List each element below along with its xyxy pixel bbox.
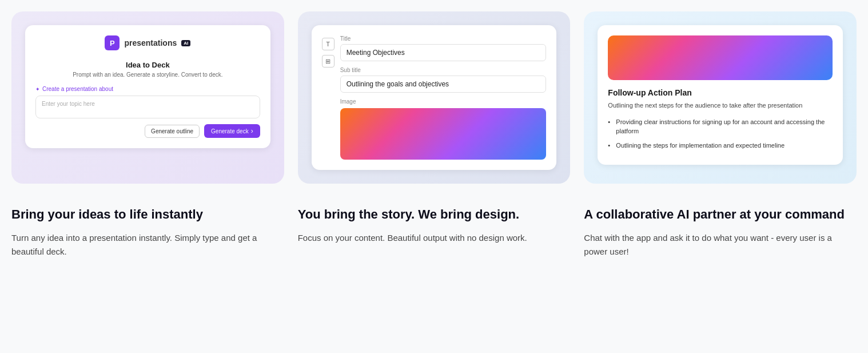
slide-editor-layout: T ⊞ Title Meeting Objectives Sub title O… [322,35,547,160]
feature-2-title: You bring the story. We bring design. [298,207,571,223]
features-row: Bring your ideas to life instantly Turn … [11,207,857,259]
follow-up-card: Follow-up Action Plan Outlining the next… [584,11,857,184]
slide-editor-inner: T ⊞ Title Meeting Objectives Sub title O… [312,25,557,170]
slide-sidebar: T ⊞ [322,35,335,160]
slide-header-image [608,35,833,80]
idea-to-deck-card: P presentations AI Idea to Deck Prompt w… [11,11,284,184]
image-placeholder [340,108,547,160]
title-field-label: Title [340,35,547,42]
image-field-label: Image [340,98,547,105]
follow-up-inner: Follow-up Action Plan Outlining the next… [598,25,843,165]
header-gradient [608,35,833,80]
create-label: Create a presentation about [35,86,260,92]
follow-up-bullets: Providing clear instructions for signing… [608,117,833,150]
feature-3-desc: Chat with the app and ask it to do what … [584,231,857,259]
feature-1-title: Bring your ideas to life instantly [11,207,284,223]
subtitle-field-input[interactable]: Outlining the goals and objectives [340,76,547,93]
action-buttons: Generate outline Generate deck [35,124,260,138]
topic-input-area[interactable]: Enter your topic here [35,96,260,118]
image-icon: ⊞ [322,55,335,68]
bullet-item-2: Outlining the steps for implementation a… [608,141,833,150]
app-header: P presentations AI [35,35,260,50]
feature-1-desc: Turn any idea into a presentation instan… [11,231,284,259]
gradient-image [340,108,547,160]
bullet-item-1: Providing clear instructions for signing… [608,117,833,136]
cards-row: P presentations AI Idea to Deck Prompt w… [11,11,857,184]
idea-to-deck-subtitle: Prompt with an idea. Generate a storylin… [35,72,260,78]
generate-outline-button[interactable]: Generate outline [145,125,200,138]
idea-to-deck-inner: P presentations AI Idea to Deck Prompt w… [25,25,270,148]
text-icon: T [322,38,335,50]
title-field-input[interactable]: Meeting Objectives [340,44,547,61]
main-container: P presentations AI Idea to Deck Prompt w… [11,11,857,259]
follow-up-title: Follow-up Action Plan [608,88,833,97]
topic-placeholder: Enter your topic here [42,101,254,107]
app-badge: AI [181,40,190,46]
idea-to-deck-title: Idea to Deck [35,61,260,69]
subtitle-field-label: Sub title [340,67,547,73]
feature-1: Bring your ideas to life instantly Turn … [11,207,284,259]
app-logo-icon: P [105,35,120,50]
feature-2: You bring the story. We bring design. Fo… [298,207,571,259]
generate-deck-button[interactable]: Generate deck [204,124,260,138]
follow-up-description: Outlining the next steps for the audienc… [608,101,833,110]
app-name-label: presentations [124,38,177,47]
feature-3: A collaborative AI partner at your comma… [584,207,857,259]
feature-2-desc: Focus on your content. Beautiful output … [298,231,571,245]
slide-content-area: Title Meeting Objectives Sub title Outli… [340,35,547,160]
feature-3-title: A collaborative AI partner at your comma… [584,207,857,223]
slide-editor-card: T ⊞ Title Meeting Objectives Sub title O… [298,11,571,184]
